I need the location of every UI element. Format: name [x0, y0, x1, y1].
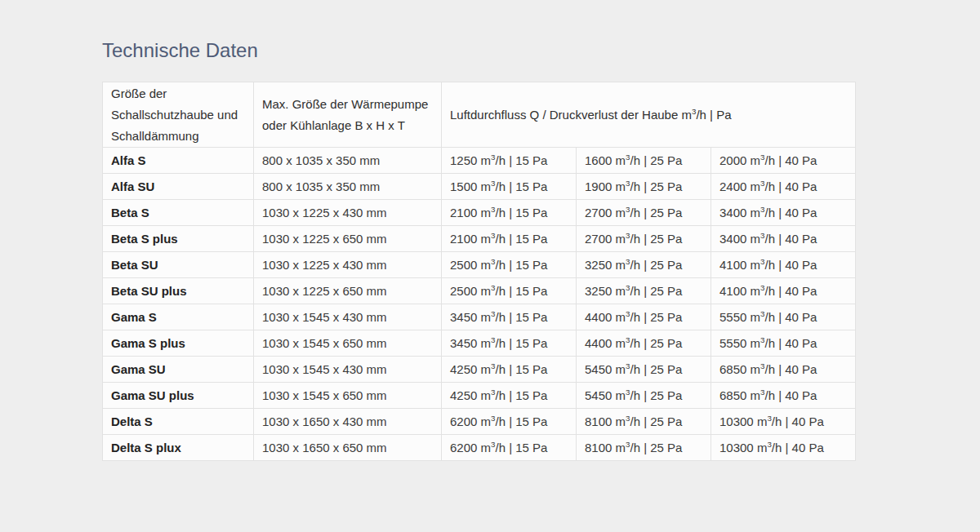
header-row: Größe der Schallschutzhaube und Schalldä…: [103, 82, 856, 148]
model-cell: Gama S plus: [103, 330, 254, 357]
flow-40pa-cell: 10300 m3/h | 40 Pa: [711, 409, 856, 435]
flow-40pa-cell: 3400 m3/h | 40 Pa: [711, 200, 856, 226]
col-header-airflow: Luftdurchfluss Q / Druckverlust der Haub…: [442, 82, 856, 148]
size-cell: 800 x 1035 x 350 mm: [254, 148, 442, 174]
flow-15pa-cell: 2100 m3/h | 15 Pa: [442, 226, 577, 252]
table-header: Größe der Schallschutzhaube und Schalldä…: [103, 82, 856, 148]
size-cell: 1030 x 1545 x 430 mm: [254, 357, 442, 383]
size-cell: 1030 x 1650 x 430 mm: [254, 409, 442, 435]
model-cell: Delta S: [103, 409, 254, 435]
model-cell: Beta S: [103, 200, 254, 226]
flow-15pa-cell: 3450 m3/h | 15 Pa: [442, 304, 577, 330]
flow-40pa-cell: 2400 m3/h | 40 Pa: [711, 174, 856, 200]
size-cell: 1030 x 1545 x 650 mm: [254, 330, 442, 357]
flow-25pa-cell: 3250 m3/h | 25 Pa: [577, 252, 711, 278]
size-cell: 1030 x 1225 x 430 mm: [254, 252, 442, 278]
flow-15pa-cell: 6200 m3/h | 15 Pa: [442, 409, 577, 435]
flow-25pa-cell: 1900 m3/h | 25 Pa: [577, 174, 711, 200]
flow-25pa-cell: 2700 m3/h | 25 Pa: [577, 200, 711, 226]
model-cell: Beta SU plus: [103, 278, 254, 304]
flow-25pa-cell: 4400 m3/h | 25 Pa: [577, 330, 711, 357]
flow-15pa-cell: 3450 m3/h | 15 Pa: [442, 330, 577, 357]
table-row: Beta SU plus 1030 x 1225 x 650 mm 2500 m…: [103, 278, 856, 304]
table-row: Gama SU 1030 x 1545 x 430 mm 4250 m3/h |…: [103, 357, 856, 383]
flow-25pa-cell: 2700 m3/h | 25 Pa: [577, 226, 711, 252]
flow-40pa-cell: 10300 m3/h | 40 Pa: [711, 435, 856, 461]
flow-40pa-cell: 5550 m3/h | 40 Pa: [711, 330, 856, 357]
technical-data-table: Größe der Schallschutzhaube und Schalldä…: [102, 82, 856, 461]
flow-40pa-cell: 4100 m3/h | 40 Pa: [711, 278, 856, 304]
model-cell: Beta SU: [103, 252, 254, 278]
model-cell: Gama SU: [103, 357, 254, 383]
table-row: Gama SU plus 1030 x 1545 x 650 mm 4250 m…: [103, 383, 856, 409]
flow-15pa-cell: 2100 m3/h | 15 Pa: [442, 200, 577, 226]
size-cell: 1030 x 1545 x 650 mm: [254, 383, 442, 409]
size-cell: 1030 x 1225 x 430 mm: [254, 200, 442, 226]
model-cell: Alfa SU: [103, 174, 254, 200]
table-row: Delta S plux 1030 x 1650 x 650 mm 6200 m…: [103, 435, 856, 461]
flow-15pa-cell: 1500 m3/h | 15 Pa: [442, 174, 577, 200]
flow-25pa-cell: 5450 m3/h | 25 Pa: [577, 383, 711, 409]
flow-15pa-cell: 2500 m3/h | 15 Pa: [442, 278, 577, 304]
flow-25pa-cell: 8100 m3/h | 25 Pa: [577, 409, 711, 435]
flow-15pa-cell: 6200 m3/h | 15 Pa: [442, 435, 577, 461]
model-cell: Beta S plus: [103, 226, 254, 252]
table-row: Delta S 1030 x 1650 x 430 mm 6200 m3/h |…: [103, 409, 856, 435]
flow-40pa-cell: 3400 m3/h | 40 Pa: [711, 226, 856, 252]
flow-40pa-cell: 2000 m3/h | 40 Pa: [711, 148, 856, 174]
flow-40pa-cell: 6850 m3/h | 40 Pa: [711, 383, 856, 409]
table-row: Beta SU 1030 x 1225 x 430 mm 2500 m3/h |…: [103, 252, 856, 278]
size-cell: 1030 x 1650 x 650 mm: [254, 435, 442, 461]
table-row: Alfa SU 800 x 1035 x 350 mm 1500 m3/h | …: [103, 174, 856, 200]
model-cell: Alfa S: [103, 148, 254, 174]
flow-40pa-cell: 6850 m3/h | 40 Pa: [711, 357, 856, 383]
model-cell: Gama SU plus: [103, 383, 254, 409]
flow-25pa-cell: 1600 m3/h | 25 Pa: [577, 148, 711, 174]
table-row: Alfa S 800 x 1035 x 350 mm 1250 m3/h | 1…: [103, 148, 856, 174]
page: { "page": { "title": "Technische Daten" …: [0, 0, 980, 532]
flow-25pa-cell: 4400 m3/h | 25 Pa: [577, 304, 711, 330]
flow-25pa-cell: 5450 m3/h | 25 Pa: [577, 357, 711, 383]
col-header-cover-size: Größe der Schallschutzhaube und Schalldä…: [103, 82, 254, 148]
model-cell: Delta S plux: [103, 435, 254, 461]
flow-15pa-cell: 4250 m3/h | 15 Pa: [442, 383, 577, 409]
size-cell: 800 x 1035 x 350 mm: [254, 174, 442, 200]
size-cell: 1030 x 1225 x 650 mm: [254, 226, 442, 252]
model-cell: Gama S: [103, 304, 254, 330]
flow-25pa-cell: 8100 m3/h | 25 Pa: [577, 435, 711, 461]
flow-15pa-cell: 4250 m3/h | 15 Pa: [442, 357, 577, 383]
flow-40pa-cell: 4100 m3/h | 40 Pa: [711, 252, 856, 278]
table-row: Beta S 1030 x 1225 x 430 mm 2100 m3/h | …: [103, 200, 856, 226]
table-row: Gama S plus 1030 x 1545 x 650 mm 3450 m3…: [103, 330, 856, 357]
page-title: Technische Daten: [102, 40, 258, 61]
size-cell: 1030 x 1545 x 430 mm: [254, 304, 442, 330]
flow-15pa-cell: 2500 m3/h | 15 Pa: [442, 252, 577, 278]
table-row: Gama S 1030 x 1545 x 430 mm 3450 m3/h | …: [103, 304, 856, 330]
table-body: Alfa S 800 x 1035 x 350 mm 1250 m3/h | 1…: [103, 148, 856, 461]
flow-15pa-cell: 1250 m3/h | 15 Pa: [442, 148, 577, 174]
flow-40pa-cell: 5550 m3/h | 40 Pa: [711, 304, 856, 330]
col-header-max-unit-size: Max. Größe der Wärmepumpe oder Kühlanlag…: [254, 82, 442, 148]
table-row: Beta S plus 1030 x 1225 x 650 mm 2100 m3…: [103, 226, 856, 252]
flow-25pa-cell: 3250 m3/h | 25 Pa: [577, 278, 711, 304]
size-cell: 1030 x 1225 x 650 mm: [254, 278, 442, 304]
